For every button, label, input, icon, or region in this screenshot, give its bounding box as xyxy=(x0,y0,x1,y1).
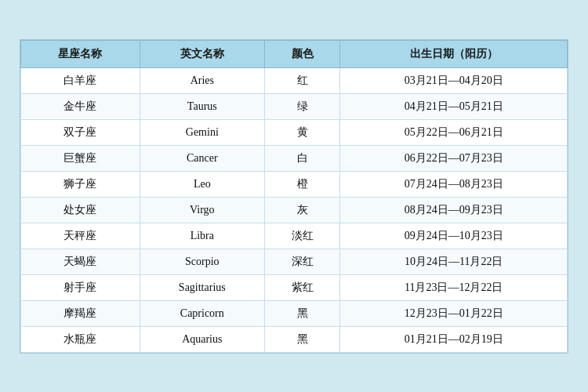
cell-english-name: Scorpio xyxy=(140,249,264,274)
header-dates: 出生日期（阳历） xyxy=(340,40,568,67)
table-row: 金牛座Taurus绿04月21日—05月21日 xyxy=(21,93,568,119)
table-row: 天蝎座Scorpio深红10月24日—11月22日 xyxy=(21,249,568,274)
cell-color: 黄 xyxy=(264,119,340,145)
cell-color: 黑 xyxy=(264,300,340,326)
table-row: 白羊座Aries红03月21日—04月20日 xyxy=(21,67,568,93)
header-english-name: 英文名称 xyxy=(140,40,264,67)
cell-dates: 10月24日—11月22日 xyxy=(340,249,568,274)
cell-dates: 07月24日—08月23日 xyxy=(340,171,568,197)
cell-color: 黑 xyxy=(264,326,340,352)
cell-chinese-name: 处女座 xyxy=(21,197,140,223)
table-row: 水瓶座Aquarius黑01月21日—02月19日 xyxy=(21,326,568,352)
cell-english-name: Leo xyxy=(140,171,264,197)
cell-chinese-name: 双子座 xyxy=(21,119,140,145)
cell-color: 深红 xyxy=(264,249,340,274)
cell-chinese-name: 水瓶座 xyxy=(21,326,140,352)
cell-dates: 06月22日—07月23日 xyxy=(340,145,568,171)
cell-dates: 03月21日—04月20日 xyxy=(340,67,568,93)
cell-color: 灰 xyxy=(264,197,340,223)
table-row: 摩羯座Capricorn黑12月23日—01月22日 xyxy=(21,300,568,326)
cell-english-name: Libra xyxy=(140,223,264,249)
cell-color: 橙 xyxy=(264,171,340,197)
cell-chinese-name: 摩羯座 xyxy=(21,300,140,326)
zodiac-table: 星座名称 英文名称 颜色 出生日期（阳历） 白羊座Aries红03月21日—04… xyxy=(20,40,568,353)
cell-english-name: Sagittarius xyxy=(140,274,264,300)
table-header-row: 星座名称 英文名称 颜色 出生日期（阳历） xyxy=(21,40,568,67)
cell-chinese-name: 天蝎座 xyxy=(21,249,140,274)
cell-english-name: Cancer xyxy=(140,145,264,171)
table-row: 处女座Virgo灰08月24日—09月23日 xyxy=(21,197,568,223)
cell-chinese-name: 巨蟹座 xyxy=(21,145,140,171)
table-row: 射手座Sagittarius紫红11月23日—12月22日 xyxy=(21,274,568,300)
cell-dates: 05月22日—06月21日 xyxy=(340,119,568,145)
table-row: 天秤座Libra淡红09月24日—10月23日 xyxy=(21,223,568,249)
header-chinese-name: 星座名称 xyxy=(21,40,140,67)
cell-english-name: Gemini xyxy=(140,119,264,145)
cell-color: 白 xyxy=(264,145,340,171)
table-row: 双子座Gemini黄05月22日—06月21日 xyxy=(21,119,568,145)
cell-english-name: Taurus xyxy=(140,93,264,119)
cell-dates: 11月23日—12月22日 xyxy=(340,274,568,300)
cell-color: 紫红 xyxy=(264,274,340,300)
table-row: 狮子座Leo橙07月24日—08月23日 xyxy=(21,171,568,197)
cell-chinese-name: 白羊座 xyxy=(21,67,140,93)
zodiac-table-container: 星座名称 英文名称 颜色 出生日期（阳历） 白羊座Aries红03月21日—04… xyxy=(20,39,568,354)
cell-dates: 09月24日—10月23日 xyxy=(340,223,568,249)
cell-chinese-name: 天秤座 xyxy=(21,223,140,249)
cell-dates: 08月24日—09月23日 xyxy=(340,197,568,223)
cell-chinese-name: 金牛座 xyxy=(21,93,140,119)
cell-color: 红 xyxy=(264,67,340,93)
cell-english-name: Aquarius xyxy=(140,326,264,352)
cell-chinese-name: 狮子座 xyxy=(21,171,140,197)
cell-dates: 01月21日—02月19日 xyxy=(340,326,568,352)
cell-english-name: Capricorn xyxy=(140,300,264,326)
cell-dates: 04月21日—05月21日 xyxy=(340,93,568,119)
cell-dates: 12月23日—01月22日 xyxy=(340,300,568,326)
cell-english-name: Aries xyxy=(140,67,264,93)
header-color: 颜色 xyxy=(264,40,340,67)
table-row: 巨蟹座Cancer白06月22日—07月23日 xyxy=(21,145,568,171)
cell-chinese-name: 射手座 xyxy=(21,274,140,300)
cell-color: 绿 xyxy=(264,93,340,119)
cell-color: 淡红 xyxy=(264,223,340,249)
cell-english-name: Virgo xyxy=(140,197,264,223)
